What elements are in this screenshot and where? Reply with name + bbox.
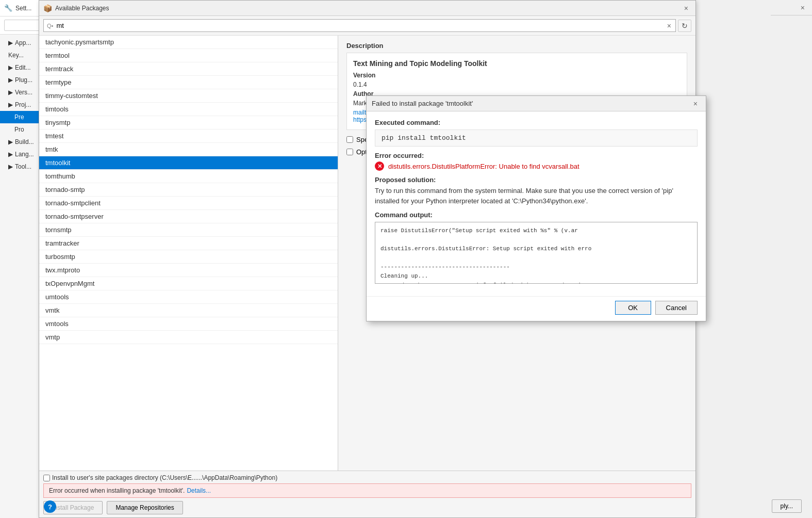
arrow-icon: ▶ — [8, 163, 13, 170]
specify-version-checkbox[interactable] — [346, 136, 353, 143]
proposed-text: Try to run this command from the system … — [375, 186, 698, 206]
help-button[interactable]: ? — [44, 500, 56, 513]
package-title: Text Mining and Topic Modeling Toolkit — [353, 59, 681, 68]
error-dialog: Failed to install package 'tmtoolkit' × … — [366, 95, 706, 321]
list-item[interactable]: termtype — [39, 76, 338, 89]
bottom-area: Install to user's site packages director… — [39, 471, 695, 517]
output-line: distutils.errors.DistutilsError: Setup s… — [380, 245, 692, 254]
refresh-button[interactable]: ↻ — [678, 20, 691, 32]
search-input-wrap: Q• × — [43, 19, 676, 32]
list-item[interactable]: tornsmtp — [39, 223, 338, 237]
list-item[interactable]: termtrack — [39, 62, 338, 76]
avail-close-button[interactable]: × — [681, 4, 691, 13]
search-icon: Q• — [47, 23, 53, 29]
arrow-icon: ▶ — [8, 89, 13, 96]
output-line — [380, 254, 692, 263]
proposed-solution-section: Proposed solution: Try to run this comma… — [375, 176, 698, 206]
avail-title-left: 📦 Available Packages — [43, 4, 109, 12]
list-item[interactable]: termtool — [39, 49, 338, 62]
settings-close-area: × — [771, 0, 812, 15]
search-clear-button[interactable]: × — [666, 22, 672, 30]
button-row: Install Package Manage Repositories — [43, 501, 691, 514]
executed-command-section: Executed command: pip install tmtoolkit — [375, 119, 698, 147]
dialog-buttons: OK Cancel — [367, 296, 706, 321]
list-item[interactable]: txOpenvpnMgmt — [39, 277, 338, 290]
dialog-title: Failed to install package 'tmtoolkit' — [372, 100, 473, 107]
error-details-link[interactable]: Details... — [187, 487, 211, 494]
apply-row: ply... — [772, 499, 802, 513]
output-line: Cleaning up... — [380, 272, 692, 281]
desc-section-title: Description — [346, 42, 687, 50]
output-line: -------------------------------------- — [380, 263, 692, 272]
command-box: pip install tmtoolkit — [375, 130, 698, 147]
executed-command-label: Executed command: — [375, 119, 698, 126]
install-label-text: Install to user's site packages director… — [52, 474, 277, 481]
proposed-solution-label: Proposed solution: — [375, 176, 698, 184]
command-output-section: Command output: raise DistutilsError("Se… — [375, 211, 698, 284]
dialog-close-button[interactable]: × — [690, 99, 701, 108]
search-input[interactable] — [55, 21, 666, 30]
error-item: ✕ distutils.errors.DistutilsPlatformErro… — [375, 161, 698, 171]
list-item-selected[interactable]: tmtoolkit — [39, 156, 338, 170]
list-item[interactable]: tramtracker — [39, 237, 338, 250]
package-icon: 📦 — [43, 4, 52, 12]
list-item[interactable]: tmtk — [39, 143, 338, 156]
output-line — [380, 236, 692, 245]
dialog-body: Executed command: pip install tmtoolkit … — [367, 111, 706, 296]
arrow-icon: ▶ — [8, 64, 13, 71]
version-field: Version — [353, 72, 681, 79]
options-checkbox[interactable] — [346, 149, 353, 155]
apply-button[interactable]: ply... — [772, 499, 802, 513]
arrow-icon: ▶ — [8, 76, 13, 84]
list-item[interactable]: turbosmtp — [39, 250, 338, 264]
error-message-text: Error occurred when installing package '… — [49, 487, 185, 494]
avail-title-text: Available Packages — [55, 5, 109, 12]
output-box: raise DistutilsError("Setup script exite… — [375, 222, 698, 284]
list-item[interactable]: vmtools — [39, 317, 338, 331]
install-checkbox[interactable] — [43, 475, 50, 481]
search-bar: Q• × ↻ — [39, 16, 695, 36]
list-item[interactable]: tornado-smtpclient — [39, 197, 338, 210]
install-checkbox-label[interactable]: Install to user's site packages director… — [43, 474, 691, 481]
error-bar: Error occurred when installing package '… — [43, 483, 691, 498]
output-line: raise DistutilsError("Setup script exite… — [380, 226, 692, 236]
version-value: 0.1.4 — [353, 81, 681, 88]
list-item[interactable]: tinysmtp — [39, 116, 338, 130]
error-occurred-label: Error occurred: — [375, 152, 698, 159]
list-item[interactable]: tmtest — [39, 130, 338, 143]
list-item[interactable]: umtools — [39, 290, 338, 304]
arrow-icon: ▶ — [8, 101, 13, 108]
settings-icon: 🔧 — [4, 4, 12, 12]
list-item[interactable]: timtools — [39, 103, 338, 116]
arrow-icon: ▶ — [8, 138, 13, 145]
arrow-icon: ▶ — [8, 39, 13, 46]
list-item[interactable]: tornado-smtpserver — [39, 210, 338, 223]
settings-title: Sett... — [15, 5, 31, 12]
list-item[interactable]: tachyonic.pysmartsmtp — [39, 36, 338, 49]
list-item[interactable]: timmy-customtest — [39, 89, 338, 103]
package-list: tachyonic.pysmartsmtp termtool termtrack… — [39, 36, 338, 471]
command-output-label: Command output: — [375, 211, 698, 219]
dialog-titlebar: Failed to install package 'tmtoolkit' × — [367, 96, 706, 111]
dialog-ok-button[interactable]: OK — [615, 301, 651, 315]
manage-repositories-button[interactable]: Manage Repositories — [107, 501, 183, 514]
list-item[interactable]: vmtk — [39, 304, 338, 317]
dialog-cancel-button[interactable]: Cancel — [655, 301, 698, 315]
list-item[interactable]: vmtp — [39, 331, 338, 344]
avail-titlebar: 📦 Available Packages × — [39, 1, 695, 16]
output-line: Command python setup.py egg_info failed … — [380, 281, 692, 284]
list-item[interactable]: tornado-smtp — [39, 183, 338, 197]
error-circle-icon: ✕ — [375, 161, 384, 171]
settings-close-button[interactable]: × — [798, 3, 808, 12]
arrow-icon: ▶ — [8, 151, 13, 158]
error-occurred-section: Error occurred: ✕ distutils.errors.Distu… — [375, 152, 698, 171]
version-label: Version — [353, 72, 375, 79]
list-item[interactable]: twx.mtproto — [39, 264, 338, 277]
list-item[interactable]: tomthumb — [39, 170, 338, 183]
error-text: distutils.errors.DistutilsPlatformError:… — [388, 163, 579, 170]
